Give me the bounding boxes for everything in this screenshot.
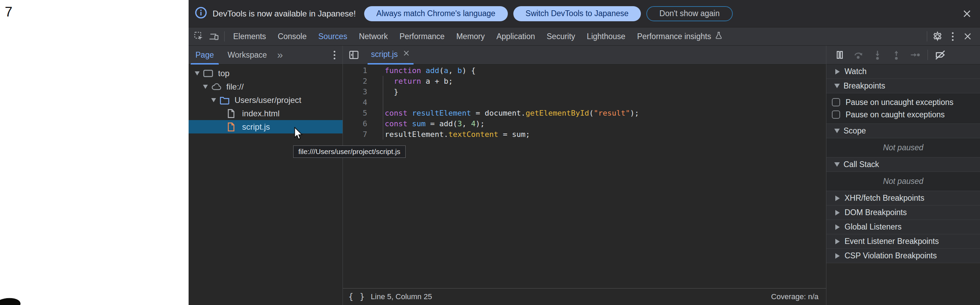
section-header-watch[interactable]: Watch: [826, 64, 980, 79]
editor-tab-label: script.js: [371, 50, 398, 59]
devtools-tabbar: ElementsConsoleSourcesNetworkPerformance…: [189, 27, 980, 46]
devtools-close-icon[interactable]: [960, 29, 975, 44]
section-header-xhr-fetch-breakpoints[interactable]: XHR/fetch Breakpoints: [826, 191, 980, 206]
infobar-close-icon[interactable]: [961, 8, 972, 19]
checkbox[interactable]: [832, 98, 840, 106]
tab-label: Network: [359, 32, 388, 41]
code-line: 6const sum = add(3, 4);: [343, 118, 826, 129]
deactivate-breakpoints-icon[interactable]: [934, 48, 947, 61]
step-icon[interactable]: [909, 48, 922, 61]
checkbox[interactable]: [832, 110, 840, 119]
line-number: 3: [343, 86, 367, 97]
pretty-print-icon[interactable]: { }: [348, 292, 365, 302]
section-header-breakpoints[interactable]: Breakpoints: [826, 79, 980, 93]
file-path-tooltip: file:///Users/user/project/script.js: [293, 145, 406, 158]
tab-console[interactable]: Console: [272, 27, 312, 46]
chevron-right-icon: [835, 69, 840, 75]
code-line: 3 }: [343, 86, 826, 97]
settings-gear-icon[interactable]: [930, 29, 945, 44]
more-tabs-chevron-icon[interactable]: »: [274, 49, 286, 61]
checkbox-row-pause-on-uncaught-exceptions[interactable]: Pause on uncaught exceptions: [826, 96, 980, 109]
don-t-show-again-button[interactable]: Don't show again: [646, 6, 733, 21]
tree-item-file[interactable]: file://: [189, 80, 342, 93]
section-header-scope[interactable]: Scope: [826, 124, 980, 138]
section-message-call-stack: Not paused: [826, 172, 980, 191]
line-number: 1: [343, 65, 367, 76]
expand-arrow-icon[interactable]: [203, 85, 208, 89]
tab-label: Sources: [318, 32, 347, 41]
not-paused-label: Not paused: [883, 143, 923, 152]
devtools-window: DevTools is now available in Japanese! A…: [189, 0, 980, 305]
editor-tab-script-js[interactable]: script.js: [368, 46, 414, 64]
tab-memory[interactable]: Memory: [450, 27, 491, 46]
navigator-tab-page[interactable]: Page: [189, 46, 221, 64]
tree-item-top[interactable]: top: [189, 67, 342, 80]
section-message-scope: Not paused: [826, 138, 980, 158]
chevron-down-icon: [834, 162, 840, 167]
tree-item-label: Users/user/project: [235, 95, 301, 105]
chevron-right-icon: [835, 196, 840, 201]
tree-item-label: index.html: [242, 109, 280, 118]
file-icon: [227, 109, 239, 118]
section-title: XHR/fetch Breakpoints: [845, 193, 924, 203]
tab-application[interactable]: Application: [491, 27, 541, 46]
chevron-down-icon: [834, 84, 840, 88]
navigator-menu-icon[interactable]: [327, 47, 342, 62]
section-header-dom-breakpoints[interactable]: DOM Breakpoints: [826, 206, 980, 220]
section-header-call-stack[interactable]: Call Stack: [826, 158, 980, 172]
section-title: Scope: [843, 126, 866, 136]
cloud-icon: [211, 82, 223, 92]
expand-arrow-icon[interactable]: [211, 98, 216, 102]
code-editor[interactable]: 1function add(a, b) {2 return a + b;3 }4…: [343, 64, 826, 288]
tab-label: Performance: [399, 32, 445, 41]
frame-icon: [203, 69, 215, 78]
navigator-tab-workspace[interactable]: Workspace: [221, 46, 274, 64]
section-header-event-listener-breakpoints[interactable]: Event Listener Breakpoints: [826, 234, 980, 249]
section-title: Watch: [845, 67, 867, 76]
corner-blob-shape: [0, 297, 21, 305]
tab-label: Elements: [233, 32, 266, 41]
editor-tab-strip: script.js: [343, 46, 826, 64]
tab-performance[interactable]: Performance: [394, 27, 450, 46]
tab-performance-insights[interactable]: Performance insights: [631, 27, 729, 46]
inspect-element-icon[interactable]: [191, 29, 207, 44]
more-options-icon[interactable]: [945, 29, 960, 44]
section-header-global-listeners[interactable]: Global Listeners: [826, 220, 980, 234]
section-title: Event Listener Breakpoints: [845, 237, 939, 246]
expand-arrow-icon[interactable]: [195, 71, 200, 75]
section-header-csp-violation-breakpoints[interactable]: CSP Violation Breakpoints: [826, 249, 980, 263]
line-number: 2: [343, 76, 367, 86]
navigator-tab-strip: PageWorkspace »: [189, 46, 342, 64]
editor-panel: script.js 1function add(a, b) {2 return …: [343, 46, 826, 305]
tab-sources[interactable]: Sources: [312, 27, 353, 46]
switch-devtools-to-japanese-button[interactable]: Switch DevTools to Japanese: [513, 6, 641, 21]
divider: [928, 50, 928, 60]
navigator-sidebar: PageWorkspace » topfile://Users/user/pro…: [189, 46, 343, 305]
debugger-sidebar: WatchBreakpointsPause on uncaught except…: [826, 46, 980, 305]
tab-label: Performance insights: [637, 32, 711, 41]
always-match-chrome-s-language-button[interactable]: Always match Chrome's language: [364, 6, 508, 21]
toggle-navigator-panel-icon[interactable]: [346, 47, 361, 62]
step-into-icon[interactable]: [871, 48, 884, 61]
tab-lighthouse[interactable]: Lighthouse: [581, 27, 631, 46]
tab-label: Console: [278, 32, 307, 41]
step-out-icon[interactable]: [890, 48, 903, 61]
tab-elements[interactable]: Elements: [228, 27, 272, 46]
tree-item-script-js[interactable]: script.js: [189, 120, 342, 133]
tab-network[interactable]: Network: [353, 27, 394, 46]
tree-item-users-user-project[interactable]: Users/user/project: [189, 93, 342, 107]
tab-close-icon[interactable]: [402, 50, 410, 59]
checkbox-row-pause-on-caught-exceptions[interactable]: Pause on caught exceptions: [826, 109, 980, 121]
chevron-right-icon: [835, 224, 840, 230]
pause-script-icon[interactable]: [833, 48, 846, 61]
device-toolbar-icon[interactable]: [207, 29, 221, 44]
tab-label: Security: [547, 32, 575, 41]
info-icon: [195, 6, 207, 21]
tree-item-label: script.js: [242, 122, 270, 132]
experiment-flask-icon: [714, 31, 723, 42]
tab-security[interactable]: Security: [541, 27, 581, 46]
infobar-buttons: Always match Chrome's languageSwitch Dev…: [364, 6, 733, 21]
section-title: CSP Violation Breakpoints: [845, 251, 937, 260]
tree-item-index-html[interactable]: index.html: [189, 107, 342, 120]
step-over-icon[interactable]: [852, 48, 865, 61]
